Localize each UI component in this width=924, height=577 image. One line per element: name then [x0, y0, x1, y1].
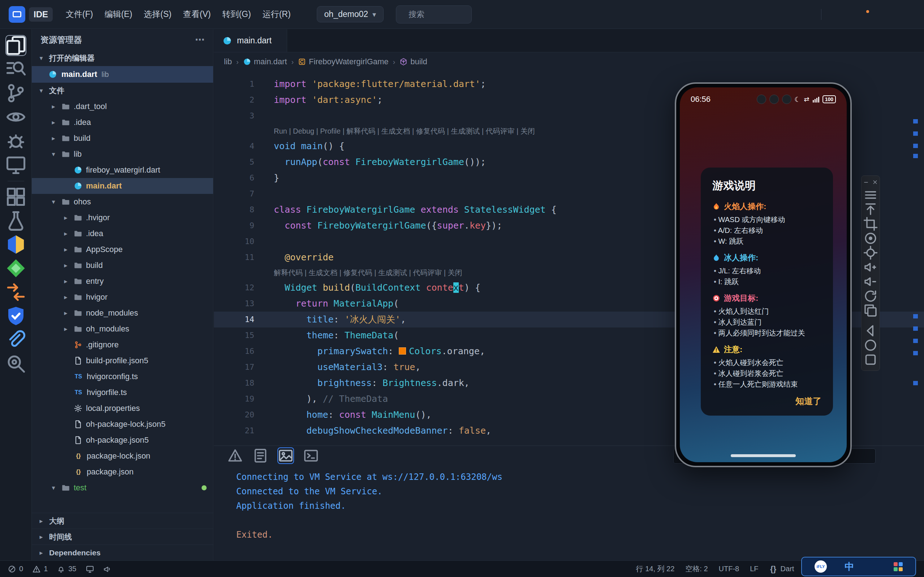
- emulator-vol-up-icon[interactable]: [863, 260, 878, 274]
- menu-item[interactable]: 查看(V): [177, 5, 217, 24]
- status-空格: 2[interactable]: 空格: 2: [685, 564, 708, 574]
- assistive-ball[interactable]: [757, 95, 766, 104]
- emulator-back-icon[interactable]: [863, 324, 878, 338]
- status-bell[interactable]: 35: [57, 565, 76, 573]
- open-editors-section[interactable]: ▾ 打开的编辑器: [32, 50, 213, 66]
- global-search[interactable]: 搜索: [396, 5, 472, 24]
- sidebar-section-时间线[interactable]: ▸时间线: [32, 529, 213, 545]
- menu-item[interactable]: 文件(F): [60, 5, 98, 24]
- tree-item[interactable]: {}package.json: [32, 464, 213, 480]
- breadcrumb-item[interactable]: FireboyWatergirlGame: [298, 57, 388, 66]
- project-selector[interactable]: oh_demo02 ▾: [317, 6, 384, 23]
- activity-device-manager-icon[interactable]: [5, 154, 26, 175]
- emulator-upload-icon[interactable]: [863, 202, 878, 217]
- token: [274, 314, 306, 325]
- emulator-home-icon[interactable]: [863, 338, 878, 352]
- chevron-icon: ▸: [61, 325, 70, 333]
- menu-item[interactable]: 选择(S): [138, 5, 177, 24]
- breadcrumb-item[interactable]: build: [400, 57, 427, 66]
- more-actions-icon[interactable]: ⋯: [195, 34, 205, 45]
- activity-search-icon[interactable]: [5, 59, 26, 80]
- output-view-button[interactable]: [253, 448, 268, 463]
- tree-item[interactable]: ▸build: [32, 258, 213, 273]
- activity-gem-icon[interactable]: [5, 258, 26, 279]
- dialog-confirm-button[interactable]: 知道了: [712, 395, 821, 407]
- tree-item[interactable]: local.properties: [32, 400, 213, 416]
- tree-item[interactable]: build-profile.json5: [32, 353, 213, 369]
- status-warning[interactable]: 1: [32, 565, 48, 573]
- open-editor-item[interactable]: main.dart lib: [32, 66, 213, 83]
- tree-item[interactable]: ▸.hvigor: [32, 210, 213, 226]
- terminal-view-button[interactable]: [303, 448, 319, 463]
- tree-item[interactable]: ▸.idea: [32, 114, 213, 131]
- assistive-ball[interactable]: [769, 95, 779, 104]
- emulator-locate-icon[interactable]: [863, 245, 878, 260]
- code-lens-actions[interactable]: 解释代码 | 生成文档 | 修复代码 | 生成测试 | 代码评审 | 关闭: [254, 265, 462, 280]
- activity-settings-search-icon[interactable]: [5, 353, 26, 374]
- status-LF[interactable]: LF: [750, 565, 758, 573]
- sidebar-section-Dependencies[interactable]: ▸Dependencies: [32, 545, 213, 560]
- phone-screen[interactable]: 06:56 ☾⇄100 游戏说明 火焰人操作:WASD 或方向键移动A/D: 左…: [680, 87, 847, 462]
- tree-item[interactable]: ▸node_modules: [32, 305, 213, 321]
- ime-logo[interactable]: iFLY: [814, 560, 827, 573]
- emulator-snapshot-icon[interactable]: [863, 303, 878, 318]
- status-行 14, 列 22[interactable]: 行 14, 列 22: [636, 564, 675, 574]
- tree-item[interactable]: main.dart: [32, 178, 213, 194]
- tree-item[interactable]: .gitignore: [32, 337, 213, 353]
- tree-item[interactable]: ▾ohos: [32, 194, 213, 210]
- emulator-rotate-icon[interactable]: [863, 289, 878, 303]
- activity-devtools-icon[interactable]: [5, 234, 26, 255]
- ime-grid-icon[interactable]: [893, 562, 903, 571]
- tree-item[interactable]: oh-package-lock.json5: [32, 416, 213, 432]
- tree-item[interactable]: ▸AppScope: [32, 242, 213, 258]
- activity-preview-icon[interactable]: [5, 106, 26, 127]
- status-Dart[interactable]: {}Dart: [769, 565, 794, 573]
- assistive-ball[interactable]: [782, 95, 792, 104]
- emulator-vol-down-icon[interactable]: [863, 274, 878, 289]
- menu-item[interactable]: 编辑(E): [98, 5, 138, 24]
- emulator-recents-icon[interactable]: [863, 352, 878, 367]
- status-megaphone[interactable]: [103, 565, 111, 573]
- breadcrumb-item[interactable]: main.dart: [243, 57, 287, 66]
- code-lens-actions[interactable]: Run | Debug | Profile | 解释代码 | 生成文档 | 修复…: [254, 124, 535, 138]
- menu-item[interactable]: 转到(G): [216, 5, 256, 24]
- activity-explorer-icon[interactable]: [5, 35, 26, 56]
- tree-item[interactable]: ▸.idea: [32, 226, 213, 242]
- tab-main-dart[interactable]: main.dart: [214, 29, 287, 52]
- minimize-icon[interactable]: [863, 179, 869, 185]
- emulator-record-icon[interactable]: [863, 231, 878, 245]
- breadcrumb-item[interactable]: lib: [224, 57, 232, 66]
- activity-clip-icon[interactable]: [5, 329, 26, 350]
- tree-item[interactable]: ▸hvigor: [32, 289, 213, 305]
- tree-item[interactable]: ▸build: [32, 131, 213, 146]
- emulator-menu-icon[interactable]: [863, 188, 878, 202]
- status-error[interactable]: 0: [8, 565, 23, 573]
- sidebar-section-大纲[interactable]: ▸大纲: [32, 513, 213, 529]
- activity-flow-icon[interactable]: [5, 282, 26, 303]
- activity-shield-icon[interactable]: [5, 305, 26, 326]
- close-icon[interactable]: [872, 179, 878, 185]
- tree-item[interactable]: fireboy_watergirl.dart: [32, 162, 213, 178]
- alert-view-button[interactable]: [227, 448, 243, 463]
- status-UTF-8[interactable]: UTF-8: [719, 565, 739, 573]
- files-section[interactable]: ▾ 文件: [32, 83, 213, 98]
- activity-extensions-icon[interactable]: [5, 186, 26, 207]
- tree-item[interactable]: ▸.dart_tool: [32, 98, 213, 114]
- tree-item[interactable]: oh-package.json5: [32, 432, 213, 448]
- activity-test-icon[interactable]: [5, 210, 26, 231]
- tree-item[interactable]: ▾test: [32, 480, 213, 496]
- code-text: brightness: Brightness.dark,: [254, 375, 469, 391]
- tree-item[interactable]: ▸entry: [32, 273, 213, 289]
- tree-item[interactable]: ▾lib: [32, 146, 213, 162]
- ime-language-toggle[interactable]: 中: [845, 560, 854, 573]
- image-view-button[interactable]: [278, 448, 293, 463]
- activity-source-control-icon[interactable]: [5, 83, 26, 104]
- emulator-crop-icon[interactable]: [863, 217, 878, 231]
- tree-item[interactable]: ▸oh_modules: [32, 321, 213, 337]
- menu-item[interactable]: 运行(R): [257, 5, 297, 24]
- tree-item[interactable]: {}package-lock.json: [32, 448, 213, 464]
- tree-item[interactable]: TShvigorconfig.ts: [32, 369, 213, 385]
- status-screen[interactable]: [86, 565, 94, 573]
- activity-debug-icon[interactable]: [5, 131, 26, 151]
- tree-item[interactable]: TShvigorfile.ts: [32, 385, 213, 400]
